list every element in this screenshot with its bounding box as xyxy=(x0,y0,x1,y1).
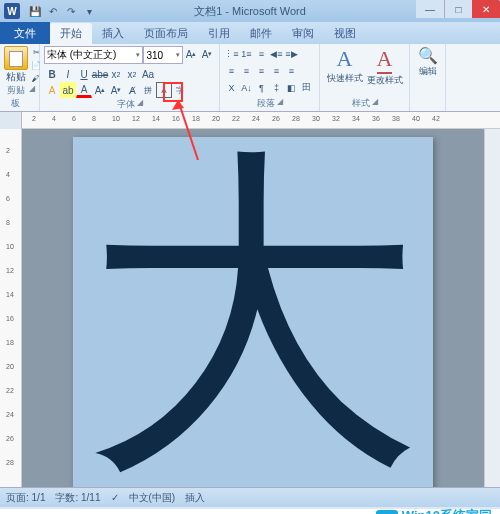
tab-mailings[interactable]: 邮件 xyxy=(240,23,282,44)
window-title: 文档1 - Microsoft Word xyxy=(194,4,306,19)
justify-button[interactable]: ≡ xyxy=(269,63,284,78)
styles-label: 样式◢ xyxy=(324,97,405,111)
status-bar: 页面: 1/1 字数: 1/11 ✓ 中文(中国) 插入 xyxy=(0,487,500,507)
paragraph-launcher[interactable]: ◢ xyxy=(277,97,283,110)
font-size-combo[interactable]: 310▾ xyxy=(143,46,183,64)
redo-button[interactable]: ↷ xyxy=(64,4,78,18)
quick-access-toolbar: 💾 ↶ ↷ ▾ xyxy=(28,4,96,18)
strike-button[interactable]: abe xyxy=(92,66,108,82)
document-area: 2 4 6 8 10 12 14 16 18 20 22 24 26 28 大 xyxy=(0,129,500,487)
letter-a-icon: A xyxy=(337,46,353,72)
subscript-button[interactable]: x2 xyxy=(108,66,124,82)
asian-layout-button[interactable]: X xyxy=(224,80,239,95)
borders-button[interactable]: 田 xyxy=(299,80,314,95)
tab-references[interactable]: 引用 xyxy=(198,23,240,44)
status-page[interactable]: 页面: 1/1 xyxy=(6,491,45,505)
ruler-corner xyxy=(0,112,22,129)
watermark-brand: Win10系统家园 xyxy=(402,507,492,514)
file-tab[interactable]: 文件 xyxy=(0,22,50,44)
editing-group: 🔍 编辑 xyxy=(410,44,446,111)
shrink-font-top-button[interactable]: A▾ xyxy=(199,46,215,62)
document-content[interactable]: 大 xyxy=(83,147,423,487)
phonetic-button[interactable]: 拼 xyxy=(140,82,156,98)
italic-button[interactable]: I xyxy=(60,66,76,82)
tab-view[interactable]: 视图 xyxy=(324,23,366,44)
grow-font-top-button[interactable]: A▴ xyxy=(183,46,199,62)
clipboard-launcher[interactable]: ◢ xyxy=(29,84,35,110)
letter-a-icon: A xyxy=(377,46,393,74)
font-label: 字体◢ xyxy=(44,98,215,112)
minimize-button[interactable]: — xyxy=(416,0,444,18)
tab-layout[interactable]: 页面布局 xyxy=(134,23,198,44)
tab-review[interactable]: 审阅 xyxy=(282,23,324,44)
save-button[interactable]: 💾 xyxy=(28,4,42,18)
highlight-button[interactable]: ab xyxy=(60,82,76,98)
align-left-button[interactable]: ≡ xyxy=(224,63,239,78)
app-icon: W xyxy=(4,3,20,19)
undo-button[interactable]: ↶ xyxy=(46,4,60,18)
status-words[interactable]: 字数: 1/11 xyxy=(55,491,100,505)
font-launcher[interactable]: ◢ xyxy=(137,98,143,111)
quick-styles-button[interactable]: A 快速样式 xyxy=(327,46,363,87)
bullets-button[interactable]: ⋮≡ xyxy=(224,46,239,61)
char-border-button[interactable]: A xyxy=(156,82,172,98)
align-center-button[interactable]: ≡ xyxy=(239,63,254,78)
horizontal-ruler[interactable]: 2 4 6 8 10 12 14 16 18 20 22 24 26 28 30… xyxy=(22,112,500,129)
clipboard-label: 剪贴板◢ xyxy=(4,84,35,111)
shading-button[interactable]: ◧ xyxy=(284,80,299,95)
distribute-button[interactable]: ≡ xyxy=(284,63,299,78)
paste-icon xyxy=(4,46,28,70)
page[interactable]: 大 xyxy=(73,137,433,487)
watermark: 10 Win10系统家园 www.qduhajin.com xyxy=(0,507,500,514)
clear-format-button[interactable]: A̸ xyxy=(124,82,140,98)
case-button[interactable]: Aa xyxy=(140,66,156,82)
close-button[interactable]: ✕ xyxy=(472,0,500,18)
horizontal-ruler-area: 2 4 6 8 10 12 14 16 18 20 22 24 26 28 30… xyxy=(0,112,500,129)
editing-button[interactable]: 🔍 编辑 xyxy=(414,46,441,78)
status-insert-mode[interactable]: 插入 xyxy=(185,491,205,505)
editing-label xyxy=(414,110,441,111)
paragraph-group: ⋮≡ 1≡ ≡ ◀≡ ≡▶ ≡ ≡ ≡ ≡ ≡ X A↓ ¶ ‡ ◧ 田 段落◢ xyxy=(220,44,320,111)
paste-button[interactable]: 粘贴 xyxy=(4,46,28,84)
window-controls: — □ ✕ xyxy=(416,0,500,18)
font-group: 宋体 (中文正文)▾ 310▾ A▴ A▾ B I U abe x2 x2 Aa… xyxy=(40,44,220,111)
tab-home[interactable]: 开始 xyxy=(50,23,92,44)
shrink-font-button[interactable]: A▾ xyxy=(108,82,124,98)
status-language[interactable]: 中文(中国) xyxy=(129,491,176,505)
change-styles-button[interactable]: A 更改样式 xyxy=(367,46,403,87)
vertical-ruler[interactable]: 2 4 6 8 10 12 14 16 18 20 22 24 26 28 xyxy=(0,129,22,487)
bold-button[interactable]: B xyxy=(44,66,60,82)
sort-button[interactable]: A↓ xyxy=(239,80,254,95)
font-color-button[interactable]: A xyxy=(76,82,92,98)
font-name-combo[interactable]: 宋体 (中文正文)▾ xyxy=(44,46,143,64)
find-icon: 🔍 xyxy=(418,46,438,65)
page-viewport[interactable]: 大 xyxy=(22,129,484,487)
clipboard-group: 粘贴 ✂ 📄 🖌 剪贴板◢ xyxy=(0,44,40,111)
qat-more-button[interactable]: ▾ xyxy=(82,4,96,18)
watermark-logo: 10 xyxy=(376,510,398,514)
styles-group: A 快速样式 A 更改样式 样式◢ xyxy=(320,44,410,111)
paragraph-label: 段落◢ xyxy=(224,97,315,111)
grow-font-button[interactable]: A▴ xyxy=(92,82,108,98)
numbering-button[interactable]: 1≡ xyxy=(239,46,254,61)
superscript-button[interactable]: x2 xyxy=(124,66,140,82)
ribbon: 粘贴 ✂ 📄 🖌 剪贴板◢ 宋体 (中文正文)▾ 310▾ A▴ A▾ B I … xyxy=(0,44,500,112)
text-effects-button[interactable]: A xyxy=(44,82,60,98)
spacing-button[interactable]: ‡ xyxy=(269,80,284,95)
multilevel-button[interactable]: ≡ xyxy=(254,46,269,61)
maximize-button[interactable]: □ xyxy=(444,0,472,18)
align-right-button[interactable]: ≡ xyxy=(254,63,269,78)
dedent-button[interactable]: ◀≡ xyxy=(269,46,284,61)
indent-button[interactable]: ≡▶ xyxy=(284,46,299,61)
paste-label: 粘贴 xyxy=(6,70,26,84)
ribbon-tabs: 文件 开始 插入 页面布局 引用 邮件 审阅 视图 xyxy=(0,22,500,44)
tab-insert[interactable]: 插入 xyxy=(92,23,134,44)
styles-launcher[interactable]: ◢ xyxy=(372,97,378,110)
show-marks-button[interactable]: ¶ xyxy=(254,80,269,95)
vertical-scrollbar[interactable] xyxy=(484,129,500,487)
title-bar: W 💾 ↶ ↷ ▾ 文档1 - Microsoft Word — □ ✕ xyxy=(0,0,500,22)
char-shading-button[interactable]: 字 xyxy=(172,82,188,98)
status-spellcheck[interactable]: ✓ xyxy=(111,492,119,503)
underline-button[interactable]: U xyxy=(76,66,92,82)
